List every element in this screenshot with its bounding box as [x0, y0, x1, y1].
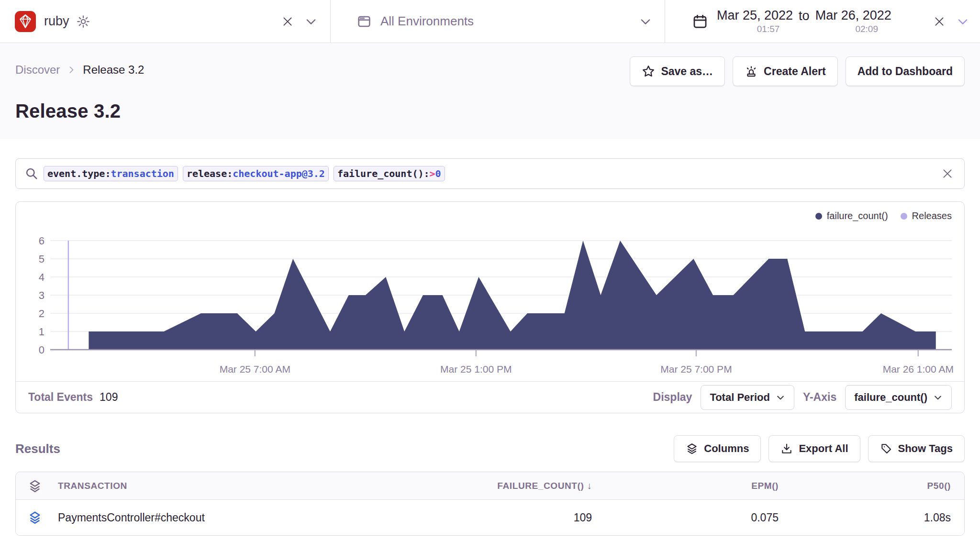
- settings-gear-icon[interactable]: [76, 14, 90, 29]
- cell-p50: 1.08s: [779, 511, 951, 524]
- sort-desc-icon: ↓: [587, 480, 592, 491]
- header-p50[interactable]: P50(): [779, 481, 951, 491]
- columns-button[interactable]: Columns: [674, 435, 761, 462]
- y-tick-label: 2: [39, 308, 45, 320]
- environment-selector[interactable]: All Environments: [331, 0, 665, 43]
- chevron-down-icon: [933, 393, 943, 402]
- search-icon: [24, 166, 39, 181]
- results-table: TRANSACTION FAILURE_COUNT()↓ EPM() P50()…: [15, 472, 965, 536]
- topbar: ruby All Environments: [0, 0, 980, 43]
- header-failure-count[interactable]: FAILURE_COUNT()↓: [401, 480, 592, 491]
- create-alert-button[interactable]: Create Alert: [733, 56, 838, 86]
- search-token-release[interactable]: release:checkout-app@3.2: [183, 166, 329, 181]
- star-icon: [642, 65, 655, 78]
- y-tick-label: 3: [39, 289, 45, 301]
- total-events-label: Total Events: [28, 391, 93, 404]
- cell-failure-count: 109: [401, 511, 592, 524]
- date-end: Mar 26, 2022: [815, 8, 891, 23]
- search-bar[interactable]: event.type:transaction release:checkout-…: [15, 158, 965, 189]
- display-dropdown[interactable]: Total Period: [701, 385, 794, 410]
- layers-icon: [686, 442, 698, 455]
- x-tick-label: Mar 25 1:00 PM: [440, 364, 512, 375]
- x-tick-label: Mar 25 7:00 AM: [220, 364, 290, 375]
- header-actions: Save as… Create Alert Add to Dashboard: [630, 56, 965, 86]
- environment-label: All Environments: [380, 14, 474, 29]
- breadcrumb-chevron-icon: [67, 65, 76, 75]
- cell-epm: 0.075: [592, 511, 779, 524]
- siren-icon: [745, 65, 758, 78]
- breadcrumb-discover[interactable]: Discover: [15, 63, 60, 77]
- project-chevron-icon[interactable]: [304, 15, 318, 28]
- breadcrumb-current: Release 3.2: [83, 63, 144, 77]
- legend-item-failure-count[interactable]: failure_count(): [815, 210, 888, 221]
- project-clear-icon[interactable]: [281, 15, 294, 28]
- chevron-down-icon: [776, 393, 785, 402]
- chart-canvas[interactable]: 0123456Mar 25 7:00 AMMar 25 1:00 PMMar 2…: [16, 221, 963, 381]
- date-range-selector[interactable]: Mar 25, 2022 01:57 to Mar 26, 2022 02:09: [665, 0, 980, 43]
- project-name: ruby: [44, 14, 69, 29]
- environment-chevron-icon[interactable]: [639, 15, 652, 28]
- download-icon: [780, 442, 793, 455]
- date-to-label: to: [799, 8, 810, 23]
- chart-panel: failure_count() Releases 0123456Mar 25 7…: [15, 201, 965, 413]
- date-clear-icon[interactable]: [933, 15, 946, 28]
- page-header: Discover Release 3.2 Save as…: [0, 43, 980, 139]
- display-label: Display: [653, 391, 692, 404]
- ruby-logo-icon: [14, 11, 36, 33]
- y-tick-label: 0: [39, 344, 45, 356]
- transaction-row-icon: [28, 511, 58, 524]
- chart-footer: Total Events 109 Display Total Period Y-…: [16, 381, 964, 413]
- date-chevron-icon[interactable]: [956, 15, 969, 28]
- search-token-failure-count[interactable]: failure_count():>0: [334, 166, 445, 181]
- header-epm[interactable]: EPM(): [592, 481, 779, 491]
- date-end-time: 02:09: [855, 24, 878, 34]
- yaxis-label: Y-Axis: [803, 391, 836, 404]
- yaxis-dropdown[interactable]: failure_count(): [845, 385, 952, 410]
- date-start-time: 01:57: [757, 24, 780, 34]
- project-selector[interactable]: ruby: [0, 0, 330, 43]
- export-all-button[interactable]: Export All: [768, 435, 860, 462]
- total-events-value: 109: [100, 391, 118, 404]
- tag-icon: [880, 442, 892, 455]
- page-title: Release 3.2: [15, 100, 965, 122]
- chart-legend: failure_count() Releases: [16, 202, 964, 221]
- y-tick-label: 5: [39, 253, 45, 265]
- table-row[interactable]: PaymentsController#checkout 109 0.075 1.…: [16, 500, 964, 535]
- x-tick-label: Mar 26 1:00 AM: [883, 364, 954, 375]
- results-heading: Results: [15, 442, 60, 456]
- add-to-dashboard-button[interactable]: Add to Dashboard: [846, 56, 965, 86]
- environment-icon: [356, 14, 372, 29]
- save-as-button[interactable]: Save as…: [630, 56, 725, 86]
- y-tick-label: 4: [39, 271, 45, 283]
- breadcrumb: Discover Release 3.2: [15, 56, 144, 77]
- x-tick-label: Mar 25 7:00 PM: [660, 364, 732, 375]
- table-header: TRANSACTION FAILURE_COUNT()↓ EPM() P50(): [16, 472, 964, 500]
- calendar-icon: [692, 13, 708, 30]
- search-clear-icon[interactable]: [941, 167, 954, 180]
- legend-dot-failure-count: [815, 213, 822, 220]
- y-tick-label: 1: [39, 326, 45, 338]
- search-token-event-type[interactable]: event.type:transaction: [44, 166, 178, 181]
- date-start: Mar 25, 2022: [717, 8, 793, 23]
- cell-transaction[interactable]: PaymentsController#checkout: [58, 511, 401, 524]
- legend-item-releases[interactable]: Releases: [901, 210, 952, 221]
- legend-dot-releases: [901, 213, 907, 220]
- y-tick-label: 6: [39, 235, 45, 247]
- results-header-row: Results Columns Export All: [15, 435, 965, 462]
- header-transaction[interactable]: TRANSACTION: [58, 481, 401, 491]
- show-tags-button[interactable]: Show Tags: [868, 435, 965, 462]
- transaction-layers-icon[interactable]: [28, 479, 58, 493]
